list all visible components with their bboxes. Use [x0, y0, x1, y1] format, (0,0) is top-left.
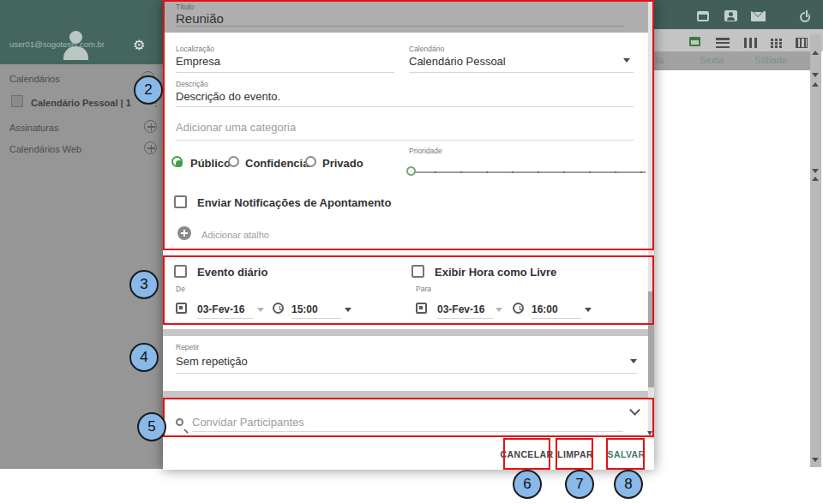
weekday-label: ta [656, 55, 664, 65]
annotation-box-3 [163, 255, 654, 325]
app-header [654, 0, 823, 29]
web-calendars-section-label: Calendários Web [9, 144, 81, 154]
scroll-down-icon[interactable] [812, 73, 819, 77]
annotation-box-2 [163, 0, 654, 250]
power-icon [800, 12, 810, 22]
sogo-calendar-app: ta Sexta Sábado 4 5 6 11 12 13 18 19 20 … [0, 0, 823, 504]
sidebar-header: user01@sogotests.com.br ⚙ [0, 0, 163, 64]
annotation-box-6 [503, 438, 550, 470]
contact-card-icon [724, 10, 737, 21]
repeat-label: Repetir [176, 343, 199, 351]
section-divider [163, 329, 654, 336]
sidebar: Calendários Calendário Pessoal | 1 ⋮ Ass… [0, 64, 163, 469]
add-web-calendar-icon[interactable] [144, 141, 157, 154]
scroll-up-icon[interactable] [812, 177, 819, 181]
annotation-circle-7: 7 [565, 470, 594, 499]
scroll-up-icon[interactable] [812, 82, 819, 87]
annotation-circle-6: 6 [513, 470, 542, 499]
calendar-color-checkbox[interactable] [11, 95, 23, 107]
weekday-label: Sexta [700, 55, 724, 65]
annotation-circle-8: 8 [614, 470, 643, 499]
repeat-select[interactable]: Sem repetição [176, 355, 248, 368]
chevron-down-icon[interactable] [630, 359, 637, 363]
sidebar-item-personal-calendar[interactable]: Calendário Pessoal | 1 [31, 98, 131, 108]
envelope-icon [751, 11, 766, 21]
calendars-section-label: Calendários [9, 74, 60, 84]
annotation-circle-2: 2 [134, 75, 163, 105]
annotation-box-8 [606, 438, 645, 470]
weekday-label: Sábado [754, 55, 787, 65]
user-email: user01@sogotests.com.br [9, 39, 105, 49]
gear-icon[interactable]: ⚙ [133, 37, 145, 53]
annotation-circle-4: 4 [129, 343, 159, 372]
calendar-icon [697, 11, 709, 21]
scroll-down-icon[interactable] [812, 458, 819, 462]
calendar-day-icon [689, 37, 700, 46]
page-scrollbar[interactable] [810, 34, 821, 467]
scroll-down-icon[interactable] [812, 169, 819, 173]
list-icon [716, 38, 730, 48]
grid-icon [771, 39, 773, 41]
scroll-up-icon[interactable] [812, 51, 819, 55]
annotation-box-7 [556, 438, 593, 470]
subscriptions-section-label: Assinaturas [9, 123, 58, 133]
columns-icon [744, 38, 757, 48]
annotation-circle-3: 3 [129, 270, 159, 299]
annotation-box-5 [163, 398, 654, 437]
dense-columns-icon [796, 38, 808, 48]
annotation-circle-5: 5 [137, 412, 166, 441]
weekday-header-row: ta Sexta Sábado [654, 51, 810, 70]
section-divider [163, 391, 654, 398]
add-subscription-icon[interactable] [144, 120, 157, 133]
